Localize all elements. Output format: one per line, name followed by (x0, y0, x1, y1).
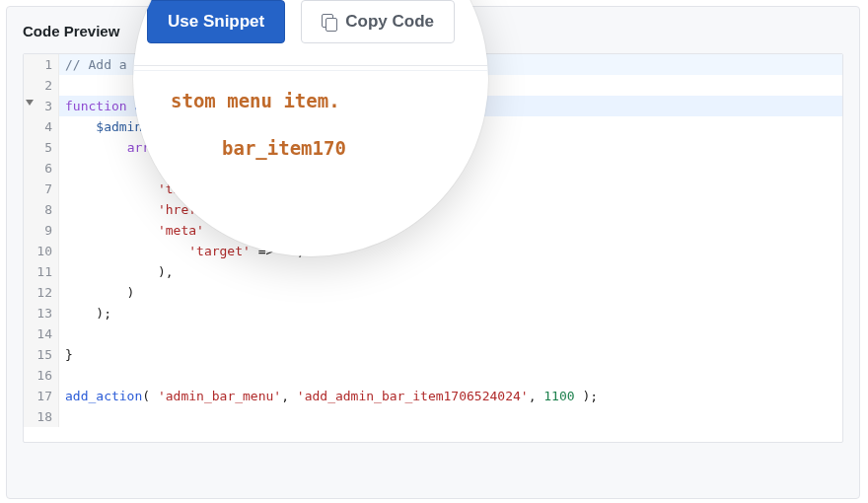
code-line[interactable]: 9 'meta' => array( (24, 220, 842, 241)
code-content: } (59, 344, 73, 365)
zoom-line-1: stom menu item. (171, 77, 488, 124)
line-number: 5 (24, 137, 59, 158)
line-number: 3 (24, 96, 59, 116)
line-number: 10 (24, 241, 59, 261)
code-content: add_action( 'admin_bar_menu', 'add_admin… (59, 386, 598, 406)
code-content (59, 406, 65, 427)
code-line[interactable]: 13 ); (24, 303, 842, 323)
line-number: 4 (24, 116, 59, 137)
zoom-line-2: bar_item170 (171, 124, 488, 172)
line-number: 15 (24, 344, 59, 365)
code-content: ), (59, 261, 174, 282)
line-number: 6 (24, 158, 59, 179)
line-number: 16 (24, 365, 59, 386)
copy-code-label: Copy Code (345, 12, 434, 32)
line-number: 13 (24, 303, 59, 323)
code-line[interactable]: 14 (24, 323, 842, 344)
code-line[interactable]: 12 ) (24, 282, 842, 303)
line-number: 2 (24, 75, 59, 96)
code-content (59, 365, 65, 386)
code-line[interactable]: 16 (24, 365, 842, 386)
code-content: ); (59, 303, 111, 323)
line-number: 7 (24, 179, 59, 199)
line-number: 12 (24, 282, 59, 303)
line-number: 8 (24, 199, 59, 220)
use-snippet-label: Use Snippet (168, 12, 264, 32)
code-content: ) (59, 282, 134, 303)
line-number: 11 (24, 261, 59, 282)
line-number: 17 (24, 386, 59, 406)
code-line[interactable]: 15} (24, 344, 842, 365)
line-number: 18 (24, 406, 59, 427)
line-number: 9 (24, 220, 59, 241)
code-line[interactable]: 11 ), (24, 261, 842, 282)
fold-icon[interactable] (26, 100, 34, 106)
copy-code-button[interactable]: Copy Code (301, 0, 455, 43)
use-snippet-button[interactable]: Use Snippet (147, 0, 285, 43)
code-line[interactable]: 18 (24, 406, 842, 427)
line-number: 14 (24, 323, 59, 344)
code-content (59, 75, 65, 96)
line-number: 1 (24, 54, 59, 75)
code-content: // Add a (59, 54, 134, 75)
copy-icon (322, 14, 337, 30)
code-line[interactable]: 17add_action( 'admin_bar_menu', 'add_adm… (24, 386, 842, 406)
code-content (59, 323, 65, 344)
code-line[interactable]: 10 'target' => '', (24, 241, 842, 261)
